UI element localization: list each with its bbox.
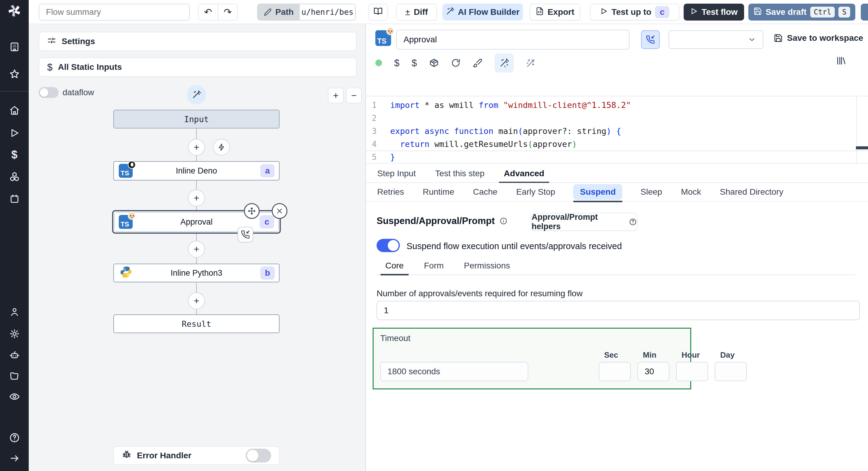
timeout-display-input[interactable] xyxy=(380,362,528,381)
delete-node-button[interactable] xyxy=(272,203,287,219)
windmill-logo-icon[interactable] xyxy=(0,4,29,16)
add-step-button[interactable]: + xyxy=(188,241,205,258)
tab-form[interactable]: Form xyxy=(424,257,444,275)
step-name-input[interactable] xyxy=(396,30,629,50)
settings-gear-icon[interactable] xyxy=(0,328,29,340)
reload-icon[interactable] xyxy=(451,58,461,68)
redo-button[interactable]: ↷ xyxy=(218,6,237,18)
timeout-min-input[interactable] xyxy=(638,362,670,381)
script-kind-select[interactable] xyxy=(669,30,764,49)
flow-settings-button[interactable]: Settings xyxy=(39,32,356,51)
timeout-unit-min-label: Min xyxy=(643,350,656,360)
info-icon[interactable] xyxy=(500,217,507,225)
code-line[interactable]: 5} xyxy=(366,151,868,164)
runs-play-icon[interactable] xyxy=(0,127,29,139)
add-trigger-zap-button[interactable] xyxy=(213,139,230,156)
zoom-in-button[interactable]: + xyxy=(328,88,344,104)
timeout-sec-input[interactable] xyxy=(599,362,631,381)
test-up-to-button[interactable]: Test up to c xyxy=(590,4,679,21)
tab-core[interactable]: Core xyxy=(385,257,404,275)
tab-early-stop[interactable]: Early Stop xyxy=(516,183,556,201)
tab-retries[interactable]: Retries xyxy=(377,183,405,201)
kbd-ctrl: Ctrl xyxy=(810,7,835,18)
ai-flow-builder-button[interactable]: AI Flow Builder xyxy=(442,4,523,21)
error-handler-row[interactable]: Error Handler xyxy=(113,446,280,465)
flow-node-input[interactable]: Input xyxy=(113,110,280,128)
timeout-day-input[interactable] xyxy=(715,362,747,381)
panel-divider[interactable] xyxy=(365,24,366,471)
format-brush-icon[interactable] xyxy=(473,58,483,68)
help-circle-icon[interactable] xyxy=(0,432,29,444)
all-static-inputs-button[interactable]: $ All Static Inputs xyxy=(39,57,356,77)
suspend-section-title: Suspend/Approval/Prompt xyxy=(377,215,495,227)
home-icon[interactable] xyxy=(0,104,29,116)
step-id-badge: b xyxy=(260,266,275,279)
export-button[interactable]: Export xyxy=(529,4,580,21)
audit-eye-icon[interactable] xyxy=(0,390,29,403)
zoom-out-button[interactable]: − xyxy=(346,88,362,104)
tab-suspend[interactable]: Suspend xyxy=(573,184,622,200)
dollar-variable-icon[interactable]: $ xyxy=(394,57,400,69)
flow-node-result[interactable]: Result xyxy=(113,315,280,333)
expand-sidebar-arrow-icon[interactable] xyxy=(0,452,29,464)
path-value: u/henri/bes xyxy=(300,7,355,17)
favorites-star-icon[interactable] xyxy=(0,68,29,80)
dataflow-toggle[interactable] xyxy=(39,87,59,98)
tab-shared-directory[interactable]: Shared Directory xyxy=(719,183,784,201)
undo-button[interactable]: ↶ xyxy=(198,6,218,18)
save-to-workspace-button[interactable]: Save to workspace xyxy=(774,33,863,43)
suspend-phone-toggle-button[interactable] xyxy=(641,30,660,49)
flow-node-result-label: Result xyxy=(182,319,211,329)
code-line[interactable]: 2 xyxy=(366,112,868,124)
folders-icon[interactable] xyxy=(0,370,29,382)
test-flow-button[interactable]: Test flow xyxy=(684,4,744,21)
flow-node-inline-python3[interactable]: Inline Python3 b xyxy=(113,264,280,282)
user-icon[interactable] xyxy=(0,306,29,318)
save-draft-button[interactable]: Save draft Ctrl S xyxy=(748,4,855,21)
tab-permissions[interactable]: Permissions xyxy=(463,257,510,275)
windmill-flow-editor: $ ↶ ↷ xyxy=(0,0,868,471)
dollar-resource-icon[interactable]: $ xyxy=(412,57,417,69)
approvals-required-input[interactable] xyxy=(377,301,860,320)
tab-advanced[interactable]: Advanced xyxy=(503,165,545,183)
advanced-tabs: Retries Runtime Cache Early Stop Suspend… xyxy=(366,183,868,202)
schedules-calendar-icon[interactable] xyxy=(0,193,29,205)
tab-mock[interactable]: Mock xyxy=(680,183,702,201)
tab-test-this-step[interactable]: Test this step xyxy=(435,165,485,183)
docs-book-button[interactable] xyxy=(368,4,388,21)
approval-prompt-helpers-button[interactable]: Approval/Prompt helpers xyxy=(531,213,638,231)
code-line[interactable]: 3export async function main(approver?: s… xyxy=(366,124,868,138)
error-handler-toggle[interactable] xyxy=(246,449,271,463)
flow-node-inline-deno[interactable]: TS Inline Deno a xyxy=(113,161,280,180)
add-step-button[interactable]: + xyxy=(188,139,205,156)
workers-robot-icon[interactable] xyxy=(0,349,29,361)
resources-boxes-icon[interactable] xyxy=(0,171,29,183)
ai-assistant-off-icon[interactable] xyxy=(526,58,535,68)
code-line[interactable]: 1import * as wmill from "windmill-client… xyxy=(366,98,868,112)
add-step-button[interactable]: + xyxy=(188,189,205,206)
package-icon[interactable] xyxy=(429,58,439,68)
path-button[interactable]: Path u/henri/bes xyxy=(257,4,356,21)
variables-dollar-icon[interactable]: $ xyxy=(0,149,29,161)
code-line[interactable]: 4 return wmill.getResumeUrls(approver) xyxy=(366,138,868,151)
suspend-phone-badge[interactable] xyxy=(238,227,253,242)
ai-assistant-wand-button[interactable] xyxy=(494,53,514,72)
test-up-to-step-badge: c xyxy=(655,6,670,18)
tab-step-input[interactable]: Step Input xyxy=(377,165,416,183)
error-handler-label: Error Handler xyxy=(137,451,192,461)
library-icon[interactable] xyxy=(836,56,846,66)
suspend-enable-toggle[interactable] xyxy=(377,239,400,252)
tab-sleep[interactable]: Sleep xyxy=(640,183,663,201)
sliders-icon xyxy=(47,36,56,47)
tab-cache[interactable]: Cache xyxy=(472,183,498,201)
save-to-workspace-label: Save to workspace xyxy=(787,33,863,43)
add-step-button[interactable]: + xyxy=(188,292,205,309)
deploy-button-partial[interactable] xyxy=(861,4,868,21)
timeout-hour-input[interactable] xyxy=(676,362,708,381)
flow-summary-input[interactable] xyxy=(39,4,190,21)
ai-graph-wand-button[interactable] xyxy=(187,85,206,104)
tab-runtime[interactable]: Runtime xyxy=(422,183,455,201)
diff-button[interactable]: ± Diff xyxy=(396,4,437,21)
move-node-button[interactable] xyxy=(244,203,259,219)
workspace-icon[interactable] xyxy=(0,41,29,53)
